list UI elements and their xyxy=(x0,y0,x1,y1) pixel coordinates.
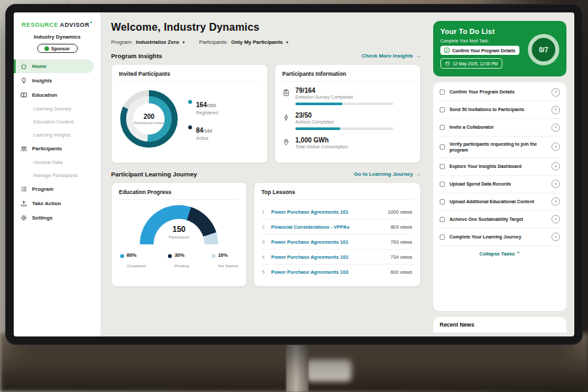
checkbox-icon[interactable] xyxy=(440,90,445,95)
recent-news-card[interactable]: Recent News xyxy=(433,317,566,333)
lesson-row: 4 Power Purchase Agreements 102 734 view… xyxy=(261,250,413,265)
sidebar-item-education-content[interactable]: Education Content xyxy=(14,116,101,128)
info-row-survey: 79/164 Emission Survey Completed xyxy=(282,87,413,105)
program-filter-dropdown[interactable]: Program: Industrialize Zero ▾ xyxy=(111,39,185,45)
task-row[interactable]: Upload Additional Educational Content › xyxy=(439,193,561,211)
task-row[interactable]: Explore Your Insights Dashboard › xyxy=(439,158,561,176)
legend-label: Registered xyxy=(196,110,218,115)
sidebar-item-education[interactable]: Education xyxy=(14,88,101,102)
task-row[interactable]: Invite a Collaborator › xyxy=(439,119,561,137)
sidebar-item-program[interactable]: Program xyxy=(14,182,101,196)
sidebar-item-manage-participants[interactable]: Manage Participants xyxy=(14,169,101,182)
legend-total: /200 xyxy=(207,103,216,108)
legend-label: Pending xyxy=(174,264,189,268)
sidebar: RESOURCE ADVISOR+ Industry Dynamics Spon… xyxy=(14,12,101,336)
collapse-label: Collapse Tasks xyxy=(480,251,515,257)
lesson-link[interactable]: Power Purchase Agreements 101 xyxy=(271,209,383,215)
chevron-right-icon[interactable]: › xyxy=(551,197,560,206)
sidebar-item-label: General Data xyxy=(33,159,63,165)
lesson-views: 793 views xyxy=(391,239,412,245)
lesson-link[interactable]: Power Purchase Agreements 103 xyxy=(271,269,386,275)
card-title: Invited Participants xyxy=(119,71,260,82)
calendar-icon xyxy=(445,61,450,67)
checkbox-icon[interactable] xyxy=(440,199,445,204)
checkbox-icon[interactable] xyxy=(440,164,445,169)
list-icon xyxy=(20,186,27,193)
resource-advisor-logo: RESOURCE ADVISOR+ xyxy=(14,20,101,28)
lesson-link[interactable]: Financial Considerations - VPPAs xyxy=(271,224,386,230)
due-date-pill: 12 May 2025, 12:00 PM xyxy=(440,58,502,69)
task-label: Achieve One Sustainability Target xyxy=(449,216,547,222)
sidebar-item-learning-journey[interactable]: Learning Journey xyxy=(14,103,101,115)
section-title: Program Insights xyxy=(111,52,162,59)
info-row-actions: 23/50 Actions Completed xyxy=(282,112,413,130)
collapse-tasks-link[interactable]: Collapse Tasks ⌃ xyxy=(439,246,561,259)
page-title: Welcome, Industry Dynamics xyxy=(111,22,421,33)
sidebar-item-general-data[interactable]: General Data xyxy=(14,156,101,169)
learning-cards: Education Progress 150 Participants xyxy=(111,182,421,287)
arrow-right-icon: → xyxy=(416,171,421,177)
legend-dot xyxy=(188,125,192,129)
sidebar-item-label: Take Action xyxy=(32,201,61,206)
task-row[interactable]: Achieve One Sustainability Target › xyxy=(439,211,561,229)
link-label: Go to Learning Journey xyxy=(354,171,413,177)
chevron-right-icon[interactable]: › xyxy=(551,142,560,151)
legend-label: Not Started xyxy=(218,264,238,268)
checkbox-checked-icon: ✓ xyxy=(444,48,449,53)
lesson-link[interactable]: Power Purchase Agreements 102 xyxy=(271,254,386,260)
chevron-right-icon[interactable]: › xyxy=(551,106,560,114)
gauge-center-label: Participants xyxy=(140,235,218,240)
sidebar-item-label: Settings xyxy=(32,215,53,221)
sidebar-item-participants[interactable]: Participants xyxy=(14,142,101,155)
task-row[interactable]: Verify participants requesting to join t… xyxy=(439,137,561,158)
task-row[interactable]: Upload Spend Data Records › xyxy=(439,176,561,193)
legend-item-active: 84/164 Active xyxy=(188,123,218,140)
task-row[interactable]: Complete Your Learning Journey › xyxy=(439,229,561,246)
chevron-right-icon[interactable]: › xyxy=(551,180,560,188)
invited-body: 200 Participants Invited 164/200 Registe… xyxy=(119,86,260,149)
checkbox-icon[interactable] xyxy=(440,217,445,222)
chevron-down-icon: ▾ xyxy=(182,40,185,45)
participants-filter-dropdown[interactable]: Participants: Only My Participants ▾ xyxy=(199,39,289,45)
gear-icon xyxy=(20,214,27,221)
link-label: Check More Insights xyxy=(362,53,413,59)
sidebar-item-settings[interactable]: Settings xyxy=(14,211,101,225)
chevron-right-icon[interactable]: › xyxy=(551,162,560,171)
chevron-right-icon[interactable]: › xyxy=(551,88,560,97)
sidebar-item-insights[interactable]: Insights xyxy=(14,74,101,88)
caret-up-icon: ⌃ xyxy=(516,251,520,257)
sidebar-item-label: Program xyxy=(32,186,54,192)
task-row[interactable]: Send 50 Invitations to Participants › xyxy=(439,101,561,119)
lesson-rank: 4 xyxy=(262,255,267,259)
checkbox-icon[interactable] xyxy=(440,182,445,187)
sidebar-item-label: Education xyxy=(32,92,57,98)
legend-item-registered: 164/200 Registered xyxy=(188,98,218,115)
task-row[interactable]: Confirm Your Program Details › xyxy=(439,84,561,101)
location-pin-icon xyxy=(282,137,290,145)
chevron-right-icon[interactable]: › xyxy=(551,215,560,223)
todo-tasks-card: Confirm Your Program Details › Send 50 I… xyxy=(433,82,566,311)
sidebar-item-home[interactable]: Home xyxy=(14,59,94,73)
checkbox-icon[interactable] xyxy=(440,235,445,240)
next-task-pill[interactable]: ✓ Confirm Your Program Details xyxy=(440,46,519,55)
check-more-insights-link[interactable]: Check More Insights → xyxy=(362,53,421,59)
checkbox-icon[interactable] xyxy=(440,107,445,112)
filters-row: Program: Industrialize Zero ▾ Participan… xyxy=(111,39,421,45)
go-to-learning-journey-link[interactable]: Go to Learning Journey → xyxy=(354,171,421,177)
lesson-row: 2 Financial Considerations - VPPAs 803 v… xyxy=(261,220,413,235)
checkbox-icon[interactable] xyxy=(440,144,445,150)
chevron-right-icon[interactable]: › xyxy=(551,123,560,132)
checkbox-icon[interactable] xyxy=(440,125,445,130)
sidebar-item-learning-insights[interactable]: Learning Insights xyxy=(14,129,101,141)
monitor: RESOURCE ADVISOR+ Industry Dynamics Spon… xyxy=(5,4,583,345)
education-progress-card: Education Progress 150 Participants xyxy=(111,182,247,287)
lesson-link[interactable]: Power Purchase Agreements 101 xyxy=(271,239,386,245)
chevron-right-icon[interactable]: › xyxy=(551,233,560,241)
lesson-rank: 3 xyxy=(262,240,267,244)
sponsor-badge[interactable]: Sponsor xyxy=(37,44,78,53)
upload-action-icon xyxy=(20,200,27,207)
gauge-center: 150 Participants xyxy=(140,223,218,240)
org-name: Industry Dynamics xyxy=(14,34,101,40)
sidebar-item-take-action[interactable]: Take Action xyxy=(14,197,101,210)
lesson-rank: 2 xyxy=(262,225,267,229)
